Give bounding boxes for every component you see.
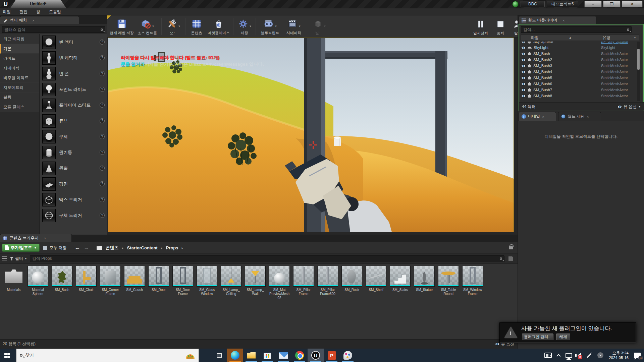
volume-muted-icon[interactable]: × (578, 353, 581, 358)
asset-sm-door-frame[interactable]: SM_DoorFrame (172, 265, 194, 297)
taskbar-paint[interactable] (340, 349, 356, 362)
taskbar-edge[interactable] (227, 349, 243, 362)
filter-down-icon[interactable]: ▼ (634, 36, 636, 39)
outliner-row[interactable]: SM_Bush7StaticMeshActor (519, 87, 641, 93)
outliner-scrollbar[interactable] (637, 42, 640, 101)
pen-icon[interactable] (587, 353, 592, 358)
breadcrumb-content[interactable]: 콘텐츠 (106, 245, 119, 251)
visibility-eye-icon[interactable] (521, 58, 526, 61)
chevron-down-icon[interactable]: ▼ (178, 25, 181, 31)
visibility-eye-icon[interactable] (521, 82, 526, 85)
chevron-down-icon[interactable]: ▼ (275, 25, 277, 31)
place-item-empty-character[interactable]: 빈 캐릭터? (40, 50, 107, 66)
back-arrow-icon[interactable]: ← (75, 244, 80, 251)
asset-sm-pillar-frame300[interactable]: SM_PillarFrame300 (317, 265, 339, 297)
outliner-row[interactable]: SkyLightSkyLight (519, 45, 641, 51)
asset-search-input[interactable]: 검색 Props (30, 255, 504, 262)
category-basic[interactable]: 기본 (0, 44, 39, 54)
ddc-button[interactable]: DDC (521, 1, 545, 7)
asset-material-sphere[interactable]: MaterialSphere (27, 265, 49, 297)
close-button[interactable]: × (622, 1, 643, 7)
category-visual-effects[interactable]: 비주얼 이펙트 (0, 73, 39, 83)
close-icon[interactable]: × (562, 18, 565, 22)
place-item-point-light[interactable]: 포인트 라이트? (40, 81, 107, 97)
breadcrumb-startercontent[interactable]: StarterContent (127, 245, 158, 250)
sources-panel-icon[interactable] (2, 256, 7, 261)
outliner-row[interactable]: Sky SphereBP_Sky_Sphere (519, 42, 641, 45)
column-type[interactable]: 유형 (602, 35, 610, 41)
help-icon[interactable]: ? (100, 71, 105, 76)
visibility-eye-icon[interactable] (521, 64, 526, 67)
asset-sm-rock[interactable]: SM_Rock (341, 265, 363, 293)
dismiss-button[interactable]: 해제 (556, 334, 570, 340)
asset-materials[interactable]: Materials (3, 265, 25, 293)
outliner-row[interactable]: SM_Bush2StaticMeshActor (519, 57, 641, 63)
taskbar-mail[interactable] (275, 349, 291, 362)
asset-sm-lamp-ceiling[interactable]: SM_Lamp_Ceiling (220, 265, 242, 297)
asset-sm-glass-window[interactable]: SM_GlassWindow (196, 265, 218, 297)
start-button[interactable] (0, 349, 16, 362)
outliner-search-input[interactable]: 검색... (521, 26, 632, 33)
build-button[interactable]: ▼빌드 (309, 16, 329, 37)
chevron-right-icon[interactable]: ▸ (182, 246, 183, 250)
place-item-cube[interactable]: 큐브? (40, 113, 107, 129)
help-icon[interactable]: ? (100, 55, 105, 60)
asset-sm-corner-frame[interactable]: SM_CornerFrame (99, 265, 121, 297)
place-item-sphere-trigger[interactable]: 구체 트리거? (40, 207, 107, 223)
visibility-eye-icon[interactable] (521, 46, 526, 49)
help-icon[interactable]: ? (100, 197, 105, 202)
taskbar-file-explorer[interactable] (243, 349, 259, 362)
place-item-cylinder[interactable]: 원기둥? (40, 144, 107, 160)
asset-sm-door[interactable]: SM_Door (148, 265, 170, 293)
task-view-button[interactable] (211, 349, 227, 362)
cinematics-button[interactable]: ▼시네마틱 (282, 16, 305, 37)
outliner-row[interactable]: SM_Bush5StaticMeshActor (519, 75, 641, 81)
filters-button[interactable]: 필터▼ (10, 256, 27, 261)
tab-details[interactable]: i 디테일× (519, 112, 556, 121)
help-icon[interactable]: ? (100, 181, 105, 186)
restore-button[interactable]: ❒ (603, 1, 621, 7)
minimize-button[interactable]: – (584, 1, 602, 7)
visibility-eye-icon[interactable] (521, 76, 526, 79)
help-icon[interactable]: ? (100, 213, 105, 218)
place-item-player-start[interactable]: 플레이어 스타트? (40, 97, 107, 113)
asset-sm-table-round[interactable]: SM_TableRound (437, 265, 460, 297)
asset-sm-chair[interactable]: SM_Chair (75, 265, 97, 293)
marketplace-button[interactable]: 마켓플레이스 (206, 16, 231, 37)
save-search-icon[interactable] (508, 256, 513, 261)
tab-world-settings[interactable]: 월드 세팅× (558, 112, 601, 121)
add-import-button[interactable]: 추가/임포트 ▼ (2, 244, 40, 252)
category-volumes[interactable]: 볼륨 (0, 93, 39, 102)
taskbar-search-input[interactable]: 찾기 (16, 349, 199, 362)
place-item-cone[interactable]: 원뿔? (40, 160, 107, 176)
taskbar-store[interactable] (259, 349, 275, 362)
help-icon[interactable]: ? (100, 150, 105, 155)
taskbar-unreal[interactable]: U (308, 349, 324, 362)
asset-sm-window-frame[interactable]: SM_WindowFrame (462, 265, 484, 297)
asset-sm-mat-previewmesh[interactable]: SM_MatPreviewMesh02 (268, 265, 290, 301)
chevron-down-icon[interactable]: ▼ (152, 25, 155, 31)
category-cinematic[interactable]: 시네마틱 (0, 63, 39, 73)
place-item-box-trigger[interactable]: 박스 트리거? (40, 192, 107, 207)
help-icon[interactable]: ? (100, 103, 105, 108)
taskbar-clock[interactable]: 오후 3:24 2024-05-16 (609, 351, 629, 360)
settings-button[interactable]: ▼세팅 (235, 16, 254, 37)
forward-arrow-icon[interactable]: → (84, 244, 90, 251)
save-current-level-button[interactable]: 현재 레벨 저장 (109, 16, 135, 37)
outliner-row[interactable]: SM_Bush4StaticMeshActor (519, 69, 641, 75)
stop-button[interactable]: 중지 (493, 16, 508, 37)
outliner-row[interactable]: SM_Bush8StaticMeshActor (519, 93, 641, 99)
level-tab[interactable]: Untitled* (10, 0, 66, 8)
asset-sm-shelf[interactable]: SM_Shelf (365, 265, 387, 293)
news-widget-icon[interactable] (544, 353, 552, 358)
tab-place-actors[interactable]: 액터 배치 × (0, 16, 79, 24)
help-icon[interactable]: ? (100, 87, 105, 92)
chevron-right-icon[interactable]: ▸ (161, 246, 163, 250)
breadcrumb-props[interactable]: Props (166, 245, 178, 250)
close-icon[interactable]: × (32, 18, 34, 22)
help-icon[interactable]: ? (100, 134, 105, 139)
asset-sm-couch[interactable]: SM_Couch (123, 265, 146, 293)
asset-sm-pillar-frame[interactable]: SM_PillarFrame (292, 265, 315, 297)
category-recent[interactable]: 최근 배치됨 (0, 34, 39, 44)
save-all-button[interactable]: 모두 저장 (43, 245, 66, 251)
